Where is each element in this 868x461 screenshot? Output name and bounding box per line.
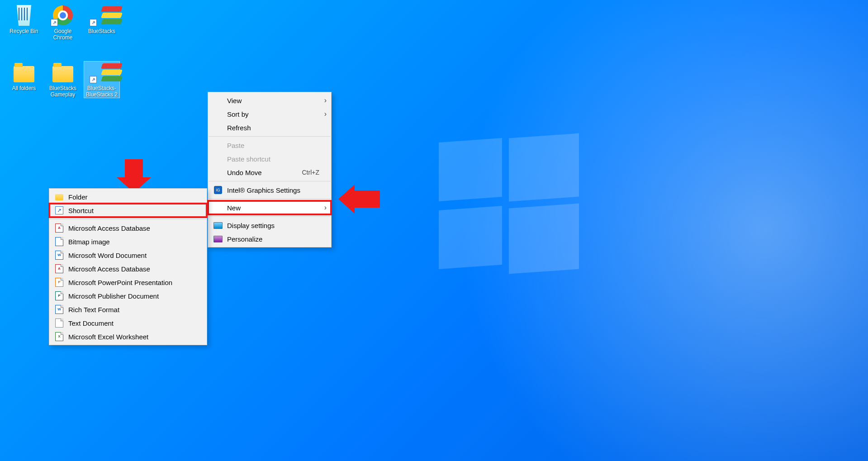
chevron-right-icon: › — [324, 96, 327, 105]
menu-item-label: Refresh — [227, 124, 319, 132]
menu-separator — [209, 216, 331, 217]
document-icon: A — [55, 264, 64, 273]
monitor-icon — [213, 221, 223, 230]
blank-icon — [213, 203, 223, 212]
menu-item-undo-move[interactable]: Undo Move Ctrl+Z — [208, 166, 331, 179]
recycle-bin-icon — [13, 5, 35, 26]
desktop-icon-label: Recycle Bin — [9, 28, 38, 34]
new-submenu: Folder↗ShortcutAMicrosoft Access Databas… — [49, 188, 207, 345]
submenu-item[interactable]: AMicrosoft Access Database — [49, 221, 207, 235]
submenu-item[interactable]: WRich Text Format — [49, 303, 207, 316]
menu-item-label: Personalize — [227, 235, 319, 243]
document-icon: P — [55, 291, 64, 300]
desktop-icon-label: BlueStacks — [88, 28, 115, 34]
chevron-right-icon: › — [324, 110, 327, 118]
submenu-item-label: Text Document — [68, 319, 195, 327]
intel-graphics-icon: iG — [213, 185, 223, 195]
submenu-item-label: Folder — [68, 193, 195, 201]
submenu-item-label: Microsoft Access Database — [68, 265, 195, 273]
submenu-item[interactable]: Bitmap image — [49, 235, 207, 248]
menu-separator — [209, 181, 331, 181]
folder-icon — [52, 62, 74, 83]
submenu-item[interactable]: PMicrosoft PowerPoint Presentation — [49, 276, 207, 289]
menu-item-view[interactable]: View › — [208, 94, 331, 107]
menu-item-label: New — [227, 204, 319, 212]
submenu-item[interactable]: Text Document — [49, 316, 207, 330]
desktop-icon-recycle-bin[interactable]: Recycle Bin — [6, 5, 42, 34]
menu-item-personalize[interactable]: Personalize — [208, 232, 331, 246]
menu-item-new[interactable]: New › — [208, 201, 331, 214]
document-icon: W — [55, 305, 64, 314]
menu-item-paste: Paste — [208, 138, 331, 152]
shortcut-badge-icon: ↗ — [90, 19, 97, 26]
menu-separator — [209, 199, 331, 199]
folder-icon — [13, 62, 35, 83]
desktop-icon-bluestacks-gameplay[interactable]: BlueStacks Gameplay — [45, 62, 81, 98]
submenu-item[interactable]: AMicrosoft Access Database — [49, 262, 207, 276]
submenu-item[interactable]: XMicrosoft Excel Worksheet — [49, 330, 207, 343]
blank-icon — [213, 154, 223, 163]
desktop-icon-all-folders[interactable]: All folders — [6, 62, 42, 91]
menu-separator — [50, 219, 206, 219]
menu-item-graphics-settings[interactable]: iG Intel® Graphics Settings — [208, 183, 331, 197]
shortcut-icon: ↗ — [55, 206, 64, 215]
blank-icon — [213, 168, 223, 177]
annotation-arrow-down — [117, 159, 151, 193]
desktop[interactable]: Recycle Bin ↗ Google Chrome ↗ BlueStacks… — [0, 0, 868, 461]
document-icon: A — [55, 223, 64, 233]
desktop-icon-label: BlueStacks-BlueStacks 2 — [86, 85, 118, 98]
personalize-icon — [213, 234, 223, 243]
submenu-item[interactable]: WMicrosoft Word Document — [49, 248, 207, 262]
desktop-icon-bluestacks2[interactable]: ↗ BlueStacks-BlueStacks 2 — [84, 62, 119, 98]
menu-item-accelerator: Ctrl+Z — [302, 169, 320, 176]
submenu-item-label: Microsoft Word Document — [68, 252, 195, 259]
shortcut-badge-icon: ↗ — [51, 19, 58, 26]
submenu-item-label: Microsoft Excel Worksheet — [68, 333, 195, 341]
submenu-item-label: Microsoft Publisher Document — [68, 292, 195, 300]
menu-separator — [209, 136, 331, 137]
menu-item-label: Undo Move — [227, 169, 284, 176]
document-icon: X — [55, 332, 64, 341]
blank-icon — [213, 123, 223, 132]
folder-icon — [55, 192, 64, 201]
menu-item-label: Intel® Graphics Settings — [227, 186, 319, 194]
submenu-item[interactable]: PMicrosoft Publisher Document — [49, 289, 207, 303]
submenu-item-label: Rich Text Format — [68, 306, 195, 314]
submenu-item-label: Microsoft PowerPoint Presentation — [68, 279, 195, 286]
chevron-right-icon: › — [324, 204, 327, 212]
submenu-item-label: Bitmap image — [68, 238, 195, 246]
menu-item-sort-by[interactable]: Sort by › — [208, 107, 331, 121]
desktop-icon-label: All folders — [12, 85, 36, 91]
windows-logo-watermark — [439, 136, 579, 276]
shortcut-badge-icon: ↗ — [90, 76, 97, 83]
annotation-arrow-left — [338, 185, 380, 214]
menu-item-label: Sort by — [227, 110, 319, 118]
menu-item-label: Paste — [227, 142, 319, 149]
menu-item-paste-shortcut: Paste shortcut — [208, 152, 331, 166]
desktop-icon-chrome[interactable]: ↗ Google Chrome — [45, 5, 81, 41]
document-icon — [55, 318, 64, 328]
document-icon: W — [55, 251, 64, 260]
blank-icon — [213, 96, 223, 105]
desktop-context-menu: View › Sort by › Refresh Paste Paste sho… — [208, 92, 332, 247]
blank-icon — [213, 109, 223, 119]
blank-icon — [213, 141, 223, 150]
menu-item-label: View — [227, 97, 319, 105]
desktop-icon-bluestacks[interactable]: ↗ BlueStacks — [84, 5, 119, 34]
menu-item-label: Paste shortcut — [227, 155, 319, 163]
submenu-item-label: Shortcut — [68, 207, 195, 214]
submenu-item-label: Microsoft Access Database — [68, 224, 195, 232]
menu-item-refresh[interactable]: Refresh — [208, 121, 331, 134]
menu-item-display-settings[interactable]: Display settings — [208, 219, 331, 232]
desktop-icon-label: BlueStacks Gameplay — [49, 85, 76, 98]
desktop-icon-label: Google Chrome — [53, 28, 73, 41]
submenu-item[interactable]: ↗Shortcut — [49, 204, 207, 217]
document-icon: P — [55, 278, 64, 287]
submenu-item[interactable]: Folder — [49, 190, 207, 204]
document-icon — [55, 237, 64, 246]
menu-item-label: Display settings — [227, 222, 319, 229]
